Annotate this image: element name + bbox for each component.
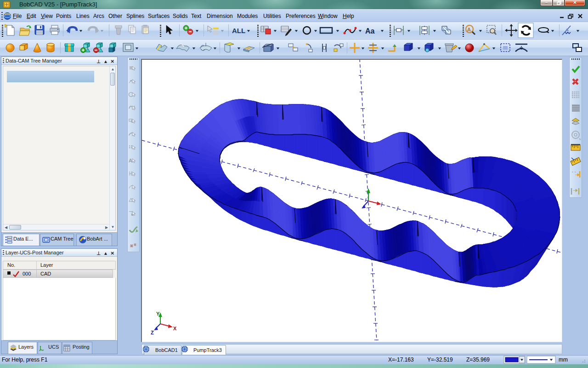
svg-text:X: X [173, 326, 177, 331]
svg-text:Z: Z [151, 330, 154, 335]
svg-text:Y: Y [156, 311, 160, 316]
